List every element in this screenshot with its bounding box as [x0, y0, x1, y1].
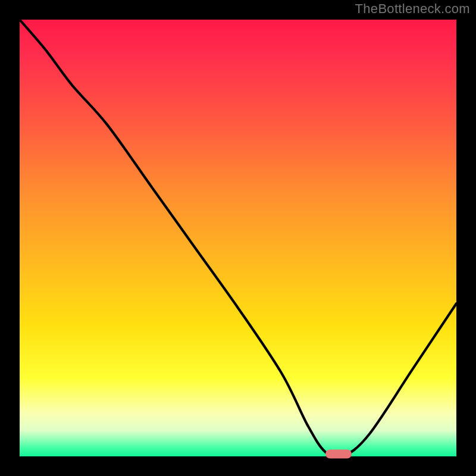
optimal-marker: [325, 450, 352, 459]
plot-area: [20, 20, 456, 456]
bottleneck-curve: [20, 20, 456, 456]
chart-container: TheBottleneck.com: [0, 0, 476, 476]
watermark-text: TheBottleneck.com: [355, 1, 470, 17]
